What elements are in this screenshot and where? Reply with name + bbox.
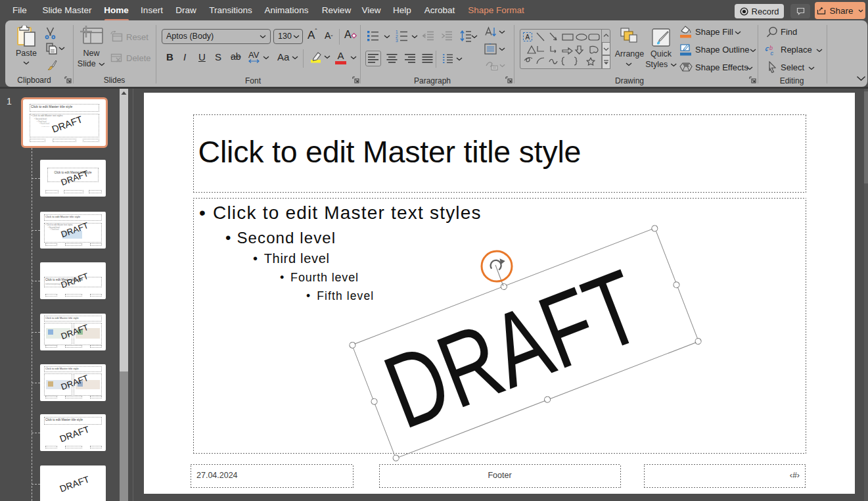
svg-text:3: 3: [396, 38, 398, 42]
svg-text:c: c: [771, 50, 774, 56]
svg-text:A: A: [526, 34, 530, 41]
